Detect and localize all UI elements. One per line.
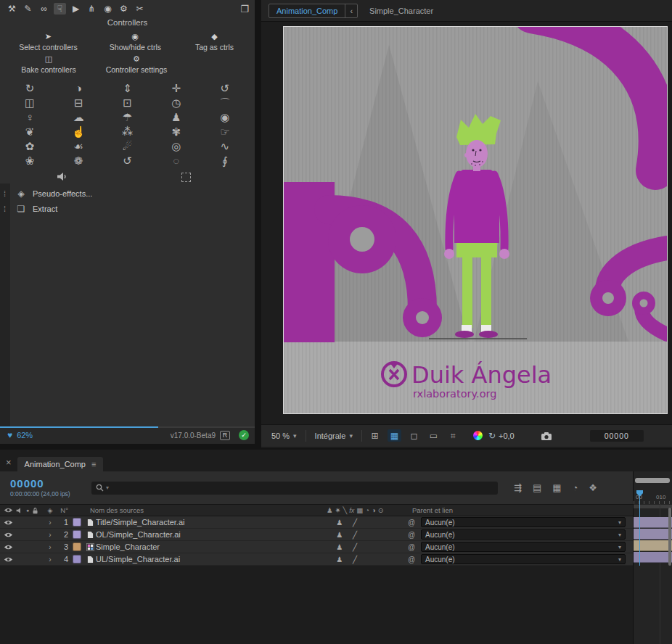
search-options-caret-icon[interactable]: ▾ <box>106 484 109 491</box>
parent-pickwhip-icon[interactable]: @ <box>406 543 417 551</box>
close-panel-icon[interactable]: × <box>6 457 12 468</box>
video-column-eye-icon[interactable] <box>4 507 13 513</box>
playhead-line[interactable] <box>639 496 640 566</box>
parent-dropdown[interactable]: Aucun(e) ▾ <box>421 554 626 564</box>
controller-position-icon[interactable]: ✛ <box>152 81 200 96</box>
controller-camera-icon[interactable]: ◫ <box>6 96 54 110</box>
layer-search-box[interactable]: ▾ <box>91 482 498 495</box>
controller-dashed-circle-icon[interactable]: ◌ <box>152 154 200 168</box>
panel-menu-icon[interactable]: ≡ <box>91 460 96 468</box>
parent-dropdown[interactable]: Aucun(e) ▾ <box>421 517 626 527</box>
frame-blending-icon[interactable]: ▦ <box>552 482 561 493</box>
composition-canvas[interactable]: Duik Ángela rxlaboratory.org <box>283 26 668 414</box>
quality-toggle-icon[interactable]: ╱ <box>353 556 357 564</box>
audio-column-speaker-icon[interactable] <box>16 507 23 514</box>
frame-blend-column-icon[interactable]: ▦ <box>356 506 363 514</box>
controller-wave-icon[interactable]: ∿ <box>200 139 249 154</box>
expand-layer-chevron-icon[interactable]: › <box>45 543 55 551</box>
adjustment-column-icon[interactable]: ◑ <box>372 506 376 514</box>
label-column-icon[interactable]: ◈ <box>45 506 55 514</box>
controller-settings-button[interactable]: ⚙ Controller settings <box>93 53 180 75</box>
play-tool-icon[interactable]: ▶ <box>70 3 82 15</box>
drag-grip-icon[interactable]: ⁞ <box>4 205 9 213</box>
tag-as-ctrls-button[interactable]: ◆ Tag as ctrls <box>179 30 250 53</box>
layer-label-swatch[interactable] <box>73 530 81 539</box>
mask-visibility-button[interactable]: ◻ <box>407 429 421 442</box>
shy-toggle-icon[interactable]: ♟ <box>327 556 353 564</box>
controller-clock-icon[interactable]: ◷ <box>152 96 200 110</box>
link-tool-icon[interactable]: ∞ <box>38 3 50 15</box>
layer-name[interactable]: Simple_Character <box>96 542 327 551</box>
graph-editor-icon[interactable]: ❖ <box>589 482 597 493</box>
selection-view-button[interactable]: ⊞ <box>368 429 382 442</box>
lock-column-icon[interactable] <box>32 507 38 514</box>
layer-label-swatch[interactable] <box>73 542 81 551</box>
controller-pawn-icon[interactable]: ♟ <box>152 110 200 125</box>
controller-loop-icon[interactable]: ↺ <box>103 154 152 168</box>
channel-color-wheel-icon[interactable] <box>473 431 483 440</box>
expand-layer-chevron-icon[interactable]: › <box>45 531 55 539</box>
extract-item[interactable]: ⁞ ❏ Extract <box>0 201 255 216</box>
parent-pickwhip-icon[interactable]: @ <box>406 531 417 539</box>
marquee-selection-icon[interactable] <box>181 173 191 182</box>
controller-eyebrow-icon[interactable]: ⌒ <box>200 96 249 110</box>
bake-controllers-button[interactable]: ◫ Bake controllers <box>4 53 93 75</box>
speaker-controller-icon[interactable] <box>57 172 67 181</box>
layer-row[interactable]: › 2 OL/Simple_Character.ai ♟╱ @ Aucun(e)… <box>0 529 633 541</box>
pen-tool-icon[interactable]: ✎ <box>22 3 34 15</box>
source-name-column-header[interactable]: Nom des sources <box>71 506 327 514</box>
parent-dropdown[interactable]: Aucun(e) ▾ <box>421 542 626 552</box>
controller-cloud-icon[interactable]: ☁ <box>54 110 103 125</box>
quality-toggle-icon[interactable]: ╱ <box>353 543 357 551</box>
current-frame-field[interactable]: 00000 <box>10 478 84 490</box>
shy-column-icon[interactable]: ♟ <box>327 506 333 514</box>
controller-tail-icon[interactable]: ∮ <box>200 154 249 168</box>
view-layout-button[interactable]: ▦ <box>388 429 401 442</box>
layer-visibility-eye-icon[interactable] <box>4 519 13 526</box>
magnification-dropdown[interactable]: 50 % ▾ <box>269 430 300 442</box>
solo-column-icon[interactable]: ● <box>26 508 29 513</box>
controller-flower-icon[interactable]: ✿ <box>6 139 54 154</box>
parent-pickwhip-icon[interactable]: @ <box>406 556 417 564</box>
controller-hips-icon[interactable]: ◎ <box>152 139 200 154</box>
automation-tool-icon[interactable]: ⚙ <box>118 3 130 15</box>
tab-scroll-left-button[interactable]: ‹ <box>345 4 357 17</box>
effects-column-icon[interactable]: fx <box>349 507 354 514</box>
shy-toggle-icon[interactable]: ♟ <box>327 531 353 539</box>
resolution-dropdown[interactable]: Intégrale ▾ <box>312 430 356 442</box>
shy-toggle-icon[interactable]: ♟ <box>327 519 353 527</box>
reset-exposure-icon[interactable]: ↻ <box>488 431 496 441</box>
controller-null-icon[interactable]: ⊡ <box>103 96 152 110</box>
composition-flowchart-icon[interactable]: ⇶ <box>514 482 522 493</box>
controller-ponytail-icon[interactable]: ❦ <box>6 125 54 139</box>
layer-name[interactable]: Title/Simple_Character.ai <box>96 518 327 527</box>
drag-grip-icon[interactable]: ⁞ <box>4 189 9 198</box>
vertical-scrollbar[interactable] <box>668 508 671 566</box>
show-hide-ctrls-button[interactable]: ◉ Show/hide ctrls <box>92 30 179 53</box>
layer-visibility-eye-icon[interactable] <box>4 544 13 550</box>
collapse-column-icon[interactable]: ✷ <box>335 506 341 514</box>
controller-rotation-icon[interactable]: ↻ <box>6 81 54 96</box>
controller-hat-icon[interactable]: ☂ <box>103 110 152 125</box>
timeline-track-lane[interactable]: 00 010 <box>633 471 672 644</box>
exposure-control[interactable]: ↻ +0,0 <box>488 431 515 441</box>
layer-visibility-eye-icon[interactable] <box>4 556 13 563</box>
select-controllers-button[interactable]: ➤ Select controllers <box>4 30 92 53</box>
search-input[interactable] <box>111 484 493 492</box>
controller-swirl-icon[interactable]: ↺ <box>200 81 249 96</box>
layer-row[interactable]: › 3 Simple_Character ♟╱ @ Aucun(e) ▾ <box>0 541 633 553</box>
layer-label-swatch[interactable] <box>73 555 81 564</box>
controller-leaf-icon[interactable]: ☙ <box>54 139 103 154</box>
controller-finger-icon[interactable]: ☝ <box>54 125 103 139</box>
frame-counter-field[interactable]: 00000 <box>590 430 644 442</box>
controller-comet-icon[interactable]: ☄ <box>103 139 152 154</box>
number-column-header[interactable]: N° <box>55 506 71 514</box>
controller-paw-icon[interactable]: ⁂ <box>103 125 152 139</box>
region-of-interest-button[interactable]: ▭ <box>427 429 441 442</box>
controller-sprout-icon[interactable]: ❁ <box>54 154 103 168</box>
quality-column-icon[interactable]: ╲ <box>343 506 348 514</box>
setup-tool-icon[interactable]: ⚒ <box>6 3 18 15</box>
parent-dropdown[interactable]: Aucun(e) ▾ <box>421 529 626 540</box>
layer-row[interactable]: › 1 Title/Simple_Character.ai ♟╱ @ Aucun… <box>0 516 633 529</box>
snapshot-camera-icon[interactable] <box>541 432 552 440</box>
